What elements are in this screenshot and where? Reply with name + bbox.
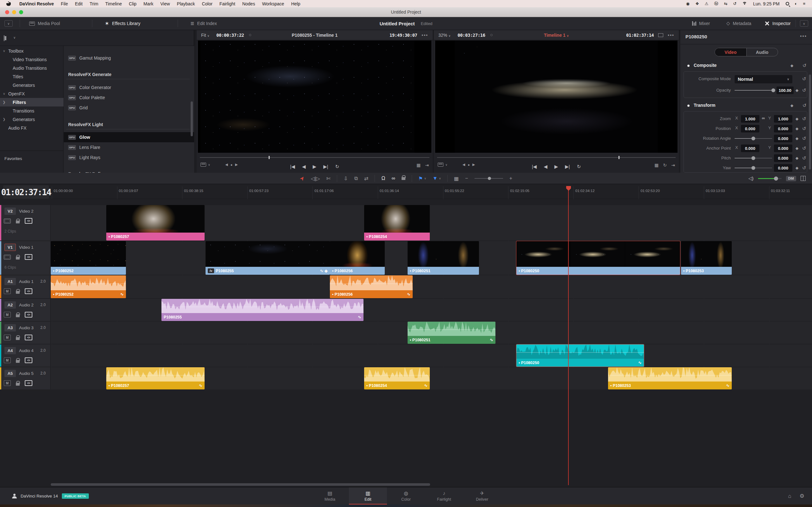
menu-view[interactable]: View — [160, 1, 170, 6]
menu-workspace[interactable]: Workspace — [262, 1, 284, 6]
goto-timeline-icon[interactable]: ⇥ — [425, 163, 429, 168]
insert-clip-button[interactable]: ⇩ — [344, 176, 348, 181]
clip-p1080256-a1[interactable]: • P1080256∿ — [330, 275, 413, 298]
yaw-slider[interactable] — [734, 168, 772, 168]
menu-edit[interactable]: Edit — [75, 1, 83, 6]
track-lane-a1[interactable]: • P1080252∿• P1080256∿ — [51, 275, 812, 298]
source-scrub-bar[interactable] — [200, 156, 429, 159]
menu-playback[interactable]: Playback — [177, 1, 195, 6]
page-tab-fairlight[interactable]: ♪Fairlight — [425, 487, 463, 505]
flag-button[interactable]: ⚑∨ — [418, 176, 426, 181]
menu-app-name[interactable]: DaVinci Resolve — [19, 1, 54, 6]
fade-curve-icon[interactable]: ∿ ◆ — [320, 268, 328, 273]
film-icon[interactable] — [4, 219, 11, 223]
jump-end-button[interactable]: ▶| — [565, 164, 570, 170]
track-id-v2[interactable]: V2 — [4, 208, 16, 215]
clip-p1080257-a5[interactable]: • P1080257∿ — [106, 367, 205, 389]
effects-list-scrollbar[interactable] — [191, 101, 193, 136]
clip-p1080254-a5[interactable]: • P1080254∿ — [364, 367, 430, 389]
track-header-a4[interactable]: A4Audio 42.0M<> — [0, 344, 50, 367]
sidebar-item-toolbox[interactable]: ∨Toolbox — [0, 47, 63, 55]
match-frame-icon[interactable]: ▦ — [416, 163, 420, 168]
track-lane-a5[interactable]: • P1080257∿• P1080254∿• P1080253∿ — [51, 367, 812, 389]
spotlight-icon[interactable] — [786, 2, 789, 5]
fade-curve-icon[interactable]: ∿ — [120, 292, 124, 297]
tab-audio[interactable]: Audio — [746, 48, 778, 56]
timeline-view-options-button[interactable]: ▦ — [454, 176, 459, 181]
track-header-v1[interactable]: V1Video 1<>6 Clips — [0, 241, 50, 275]
auto-select-button[interactable]: <> — [25, 380, 32, 386]
linked-selection-button[interactable]: ∞ — [392, 176, 395, 181]
clip-p1080253-a5[interactable]: • P1080253∿ — [608, 367, 732, 389]
selection-mode-button[interactable]: ➤ — [300, 175, 305, 182]
goto-timeline-icon[interactable]: ⇥ — [671, 163, 675, 168]
zoom-y-value[interactable]: 1.000 — [774, 115, 792, 123]
pitch-value[interactable]: 0.000 — [774, 154, 792, 162]
menu-timeline[interactable]: Timeline — [105, 1, 122, 6]
time-machine-icon[interactable]: ↺ — [733, 1, 737, 6]
track-id-a2[interactable]: A2 — [4, 301, 16, 308]
sidebar-item-titles[interactable]: Titles — [0, 72, 63, 81]
keyframe-icon[interactable]: ◆ — [796, 146, 798, 151]
sidebar-item-audio-transitions[interactable]: Audio Transitions — [0, 64, 63, 72]
mute-button[interactable]: M — [4, 335, 11, 340]
slider-handle[interactable] — [751, 156, 755, 160]
reset-icon[interactable]: ↺ — [802, 76, 806, 82]
pitch-slider[interactable] — [734, 158, 772, 158]
reset-icon[interactable]: ↺ — [803, 63, 807, 68]
creative-cloud-icon[interactable]: ◉ — [686, 1, 690, 6]
marker-button[interactable]: ▼∨ — [433, 176, 441, 181]
timeline-horizontal-scrollbar[interactable] — [51, 483, 430, 486]
fade-curve-icon[interactable]: ∿ — [726, 383, 729, 388]
zoom-out-button[interactable]: − — [465, 176, 468, 181]
track-id-a3[interactable]: A3 — [4, 324, 16, 331]
track-header-a2[interactable]: A2Audio 22.0M<> — [0, 299, 50, 321]
timeline-scrub-bar[interactable] — [437, 156, 676, 159]
maxon-icon[interactable]: Ⓜ — [714, 1, 718, 7]
page-tab-edit[interactable]: ▥Edit — [349, 487, 387, 505]
sidebar-item-transitions[interactable]: Transitions — [0, 107, 63, 115]
mute-button[interactable]: M — [4, 288, 11, 294]
sidebar-item-video-transitions[interactable]: Video Transitions — [0, 55, 63, 64]
clip-p1080250-a4[interactable]: • P1080250∿ — [516, 344, 644, 367]
clip-p1080251-v1[interactable]: • P1080251 — [408, 241, 479, 275]
trim-edit-mode-button[interactable]: ◁|▷ — [311, 176, 320, 181]
replace-clip-button[interactable]: ⇄ — [364, 176, 368, 181]
viewer-options-menu[interactable]: ••• — [668, 33, 674, 38]
auto-select-button[interactable]: <> — [25, 312, 32, 318]
sidebar-item-generators[interactable]: ❯Generators — [0, 115, 63, 124]
track-header-v2[interactable]: V2Video 2<>2 Clips — [0, 205, 50, 240]
menu-fairlight[interactable]: Fairlight — [219, 1, 235, 6]
track-id-a4[interactable]: A4 — [4, 347, 16, 354]
viewer-zoom-dropdown[interactable]: 32% ∨ — [438, 33, 451, 38]
fade-curve-icon[interactable]: ∿ — [638, 360, 642, 365]
clip-p1080255-v1[interactable]: fxP1080255∿ ◆ — [206, 241, 330, 275]
page-tab-color[interactable]: ◍Color — [387, 487, 425, 505]
sidebar-item-openfx[interactable]: ∨OpenFX — [0, 89, 63, 98]
film-icon[interactable] — [4, 255, 11, 260]
clip-p1080251-a3[interactable]: • P1080251∿ — [408, 322, 496, 344]
notification-center-icon[interactable]: ≡ — [803, 1, 805, 6]
effect-item-grid[interactable]: GPUGrid — [64, 103, 194, 113]
yaw-value[interactable]: 0.000 — [774, 164, 792, 172]
track-lane-a2[interactable]: P1080255∿ — [51, 299, 812, 321]
position-x-value[interactable]: 0.000 — [741, 125, 759, 132]
fade-curve-icon[interactable]: ∿ — [424, 383, 427, 388]
menu-clip[interactable]: Clip — [129, 1, 136, 6]
tab-video[interactable]: Video — [715, 48, 746, 56]
reset-icon[interactable]: ↺ — [802, 88, 806, 93]
scanner-icon[interactable]: ⇆ — [724, 1, 727, 6]
mute-button[interactable]: M — [4, 380, 11, 386]
keyframe-icon[interactable]: ◆ — [791, 63, 793, 68]
track-id-a1[interactable]: A1 — [4, 278, 16, 285]
source-video-area[interactable] — [198, 41, 432, 153]
toolbar-inspector[interactable]: Inspector — [764, 17, 791, 30]
lock-icon[interactable] — [16, 314, 20, 317]
track-header-a1[interactable]: A1Audio 12.0M<> — [0, 275, 50, 298]
play-button[interactable]: ▶ — [554, 164, 558, 170]
siri-icon[interactable]: ◐ — [795, 1, 798, 6]
effect-item-color-generator[interactable]: GPUColor Generator — [64, 82, 194, 93]
step-back-button[interactable]: ◀ — [544, 164, 548, 170]
keyframe-icon[interactable]: ◆ — [796, 156, 798, 160]
keyframe-icon[interactable]: ◆ — [796, 166, 798, 170]
